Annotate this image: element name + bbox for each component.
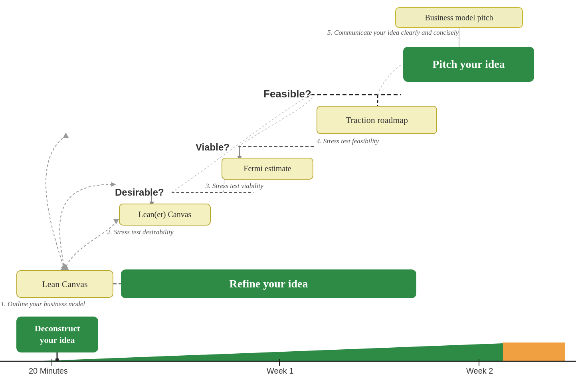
business-model-subtitle: 5. Communicate your idea clearly and con… [327, 29, 459, 37]
leaner-canvas-box: Lean(er) Canvas [119, 204, 211, 226]
lean-subtitle: 1. Outline your business model [1, 300, 85, 308]
svg-rect-2 [503, 343, 565, 361]
svg-marker-18 [63, 133, 69, 138]
svg-marker-1 [32, 343, 503, 361]
timeline-label-week1: Week 1 [267, 366, 293, 376]
traction-subtitle: 4. Stress test feasibility [317, 137, 379, 145]
svg-marker-19 [111, 182, 116, 187]
svg-rect-8 [55, 358, 59, 361]
traction-roadmap-box: Traction roadmap [317, 106, 437, 134]
pitch-your-idea-box: Pitch your idea [403, 47, 534, 82]
timeline-label-week2: Week 2 [466, 366, 493, 376]
business-model-pitch-box: Business model pitch [395, 7, 523, 28]
lean-canvas-box: Lean Canvas [16, 270, 113, 298]
deconstruct-your-idea-box: Deconstruct your idea [16, 317, 98, 352]
refine-your-idea-box: Refine your idea [121, 269, 416, 298]
viable-label: Viable? [196, 142, 230, 153]
leaner-subtitle: 2. Stress test desirability [107, 228, 174, 236]
svg-marker-20 [113, 219, 119, 224]
fermi-estimate-box: Fermi estimate [222, 158, 313, 180]
svg-marker-21 [61, 263, 69, 268]
fermi-subtitle: 3. Stress test viability [206, 182, 263, 190]
timeline-label-20min: 20 Minutes [29, 366, 68, 376]
desirable-label: Desirable? [115, 187, 164, 198]
feasible-label: Feasible? [263, 88, 311, 100]
